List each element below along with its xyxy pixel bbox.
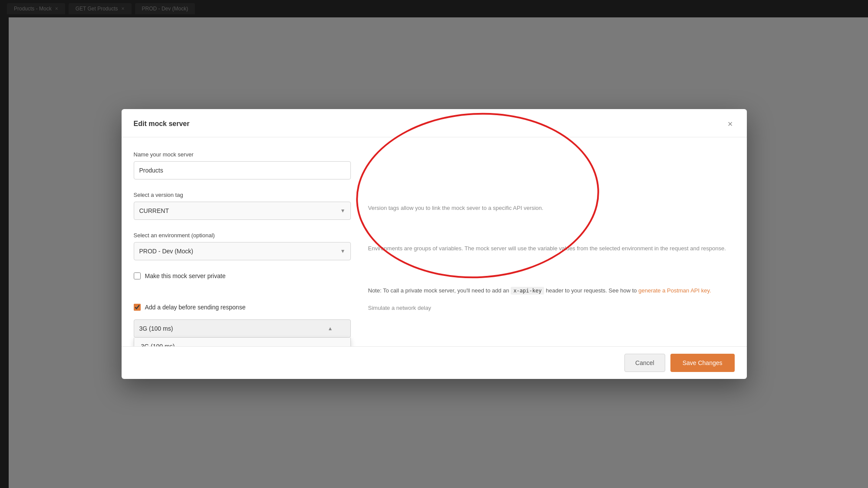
postman-api-key-link[interactable]: generate a Postman API key.	[638, 287, 711, 294]
delay-select-button[interactable]: 3G (100 ms) ▲	[134, 319, 351, 338]
environment-row: Select an environment (optional) PROD - …	[134, 232, 735, 260]
private-checkbox-row: Make this mock server private	[134, 272, 351, 279]
name-left: Name your mock server	[134, 151, 351, 179]
delay-dropdown-menu: 3G (100 ms) 2G (300 ms) Custom	[134, 338, 351, 346]
version-select-wrapper: CURRENT v1.0 v2.0 ▼	[134, 202, 351, 220]
environment-left: Select an environment (optional) PROD - …	[134, 232, 351, 260]
modal-header: Edit mock server ×	[122, 109, 747, 137]
delay-selected-value: 3G (100 ms)	[139, 325, 173, 332]
modal-body: Name your mock server Select a version t…	[122, 137, 747, 347]
version-left: Select a version tag CURRENT v1.0 v2.0 ▼	[134, 192, 351, 220]
private-checkbox-label: Make this mock server private	[145, 272, 226, 279]
delay-checkbox-label: Add a delay before sending response	[145, 304, 246, 311]
modal-footer: Cancel Save Changes	[122, 346, 747, 379]
private-note: Note: To call a private mock server, you…	[368, 272, 735, 295]
private-left: Make this mock server private	[134, 272, 351, 288]
save-changes-button[interactable]: Save Changes	[670, 354, 735, 372]
note-code: x-api-key	[511, 287, 544, 295]
version-help: Version tags allow you to link the mock …	[368, 192, 735, 213]
note-suffix: header to your requests. See how to	[544, 287, 638, 294]
version-select[interactable]: CURRENT v1.0 v2.0	[134, 202, 351, 220]
delay-option-3g[interactable]: 3G (100 ms)	[134, 338, 350, 346]
delay-help: Simulate a network delay	[368, 304, 735, 313]
mock-server-name-input[interactable]	[134, 161, 351, 179]
delay-arrow-up-icon: ▲	[328, 325, 333, 332]
version-label: Select a version tag	[134, 192, 351, 198]
cancel-button[interactable]: Cancel	[624, 354, 665, 372]
name-row: Name your mock server	[134, 151, 735, 179]
edit-mock-server-modal: Edit mock server × Name your mock server…	[122, 109, 747, 379]
modal-overlay: Edit mock server × Name your mock server…	[0, 0, 868, 488]
delay-dropdown-container: 3G (100 ms) ▲ 3G (100 ms) 2G (300 ms)	[134, 319, 351, 338]
delay-checkbox[interactable]	[134, 304, 141, 311]
environment-label: Select an environment (optional)	[134, 232, 351, 239]
environment-select[interactable]: PROD - Dev (Mock) Dev Staging Production	[134, 242, 351, 260]
modal-close-button[interactable]: ×	[726, 118, 735, 130]
note-prefix: Note: To call a private mock server, you…	[368, 287, 511, 294]
private-row: Make this mock server private Note: To c…	[134, 272, 735, 295]
delay-section: Add a delay before sending response 3G (…	[134, 304, 735, 338]
name-label: Name your mock server	[134, 151, 351, 158]
delay-option-3g-label: 3G (100 ms)	[141, 343, 175, 346]
private-checkbox[interactable]	[134, 272, 141, 279]
version-row: Select a version tag CURRENT v1.0 v2.0 ▼…	[134, 192, 735, 220]
name-right	[368, 151, 735, 163]
private-note-section: Note: To call a private mock server, you…	[368, 286, 735, 295]
delay-left: Add a delay before sending response 3G (…	[134, 304, 351, 338]
delay-checkbox-row: Add a delay before sending response	[134, 304, 351, 311]
modal-title: Edit mock server	[134, 120, 190, 128]
environment-help: Environments are groups of variables. Th…	[368, 232, 735, 253]
environment-select-wrapper: PROD - Dev (Mock) Dev Staging Production…	[134, 242, 351, 260]
